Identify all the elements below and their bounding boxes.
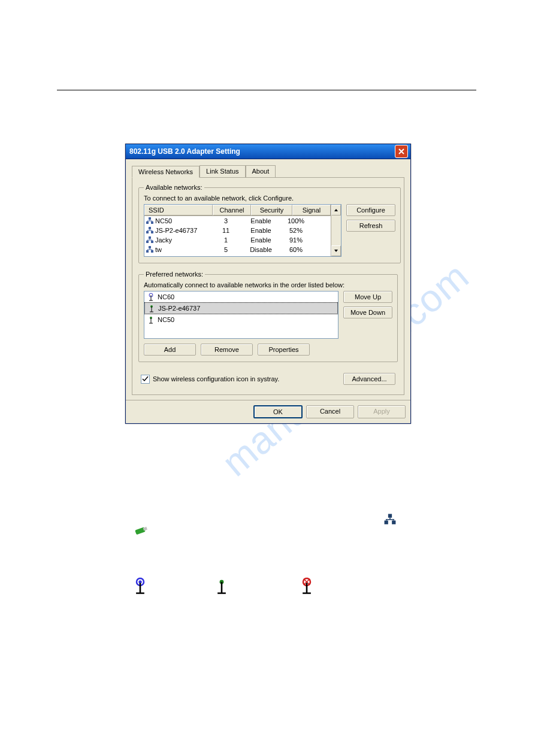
- scroll-track[interactable]: [331, 215, 341, 245]
- cell-ssid: JS-P2-e46737: [155, 227, 197, 234]
- svg-rect-10: [151, 250, 153, 253]
- tab-about[interactable]: About: [246, 165, 276, 177]
- cell-ssid: tw: [155, 246, 162, 253]
- cell-security: Enable: [243, 217, 279, 224]
- header-ssid[interactable]: SSID: [144, 205, 213, 215]
- close-icon: [398, 148, 404, 154]
- preferred-item[interactable]: JS-P2-e46737: [144, 302, 338, 314]
- preferred-item-label: JS-P2-e46737: [158, 305, 200, 312]
- network-row[interactable]: JS-P2-e46737 11 Enable 52%: [144, 226, 331, 235]
- ok-button[interactable]: OK: [253, 405, 303, 418]
- network-icon: [146, 245, 154, 254]
- antenna-icon: [147, 304, 156, 312]
- preferred-item-label: NC50: [158, 316, 174, 323]
- cell-signal: 100%: [279, 217, 313, 224]
- check-icon: [142, 376, 149, 382]
- titlebar: 802.11g USB 2.0 Adapter Setting: [126, 144, 410, 159]
- remove-button[interactable]: Remove: [201, 344, 253, 356]
- svg-rect-7: [151, 241, 153, 243]
- cell-channel: 3: [209, 217, 243, 224]
- advanced-button[interactable]: Advanced...: [343, 373, 395, 385]
- cell-security: Disable: [243, 246, 279, 253]
- tab-link-status[interactable]: Link Status: [200, 165, 245, 177]
- svg-rect-6: [146, 241, 149, 243]
- available-instruction: To connect to an available network, clic…: [144, 195, 395, 202]
- cell-ssid: NC50: [155, 217, 172, 224]
- settings-dialog: 802.11g USB 2.0 Adapter Setting Wireless…: [125, 144, 411, 424]
- cell-signal: 91%: [279, 236, 313, 244]
- preferred-networks-list[interactable]: NC60 JS-P2-e46737 NC50: [144, 291, 338, 339]
- svg-rect-3: [146, 231, 149, 233]
- svg-rect-15: [385, 521, 388, 524]
- move-up-button[interactable]: Move Up: [343, 291, 392, 303]
- close-button[interactable]: [395, 145, 408, 158]
- usb-adapter-icon: [134, 526, 150, 537]
- tab-strip: Wireless Networks Link Status About: [132, 165, 404, 178]
- list-headers: SSID Channel Security Signal: [144, 205, 331, 216]
- network-row[interactable]: Jacky 1 Enable 91%: [144, 235, 331, 245]
- network-icon: [146, 236, 154, 244]
- preferred-item[interactable]: NC60: [144, 292, 338, 302]
- preferred-networks-group: Preferred networks: Automatically connec…: [138, 271, 398, 362]
- properties-button[interactable]: Properties: [258, 344, 310, 356]
- svg-rect-5: [149, 227, 151, 229]
- cell-ssid: Jacky: [155, 236, 172, 244]
- horizontal-rule: [57, 90, 476, 90]
- scrollbar[interactable]: [331, 205, 341, 256]
- cell-signal: 60%: [279, 246, 313, 253]
- svg-rect-1: [151, 221, 153, 224]
- antenna-blue-icon: [133, 578, 147, 594]
- svg-rect-4: [151, 231, 153, 233]
- available-networks-list[interactable]: SSID Channel Security Signal NC50 3 Enab…: [144, 204, 341, 257]
- cell-channel: 5: [209, 246, 243, 253]
- network-row[interactable]: tw 5 Disable 60%: [144, 245, 331, 254]
- cell-channel: 11: [209, 227, 243, 234]
- antenna-icon: [147, 293, 155, 301]
- preferred-instruction: Automatically connect to available netwo…: [144, 281, 392, 289]
- configure-button[interactable]: Configure: [346, 204, 395, 216]
- available-networks-group: Available networks: To connect to an ava…: [138, 184, 401, 263]
- chevron-down-icon: [334, 248, 338, 253]
- svg-rect-8: [149, 236, 151, 239]
- svg-rect-11: [149, 246, 151, 248]
- cell-signal: 52%: [279, 227, 313, 234]
- dialog-button-bar: OK Cancel Apply: [126, 400, 410, 423]
- preferred-legend: Preferred networks:: [144, 271, 205, 278]
- systray-checkbox[interactable]: [141, 375, 150, 384]
- scroll-up-button[interactable]: [331, 205, 341, 215]
- preferred-item-label: NC60: [158, 293, 174, 300]
- systray-label: Show wireless configuration icon in syst…: [153, 375, 343, 382]
- move-down-button[interactable]: Move Down: [343, 306, 392, 318]
- svg-rect-9: [146, 250, 149, 253]
- header-signal[interactable]: Signal: [292, 205, 331, 215]
- network-icon: [146, 226, 154, 235]
- network-row[interactable]: NC50 3 Enable 100%: [144, 216, 331, 226]
- antenna-icon: [147, 315, 155, 324]
- cell-channel: 1: [209, 236, 243, 244]
- available-legend: Available networks:: [144, 184, 204, 191]
- scroll-down-button[interactable]: [331, 245, 341, 256]
- chevron-up-icon: [334, 208, 338, 212]
- tab-panel: Available networks: To connect to an ava…: [132, 178, 404, 395]
- cancel-button[interactable]: Cancel: [306, 405, 354, 418]
- network-icon: [146, 217, 154, 225]
- apply-button[interactable]: Apply: [358, 405, 406, 418]
- header-security[interactable]: Security: [251, 205, 292, 215]
- preferred-item[interactable]: NC50: [144, 314, 338, 325]
- add-button[interactable]: Add: [144, 344, 196, 356]
- svg-rect-0: [146, 221, 149, 224]
- refresh-button[interactable]: Refresh: [346, 220, 395, 232]
- dialog-title: 802.11g USB 2.0 Adapter Setting: [128, 147, 395, 156]
- antenna-green-icon: [214, 578, 229, 594]
- cell-security: Enable: [243, 227, 279, 234]
- header-channel[interactable]: Channel: [213, 205, 251, 215]
- antenna-red-icon: [300, 578, 314, 594]
- svg-rect-2: [149, 217, 151, 220]
- svg-rect-16: [392, 521, 395, 524]
- svg-rect-17: [388, 514, 392, 518]
- network-icon: [383, 513, 397, 526]
- tab-wireless-networks[interactable]: Wireless Networks: [132, 166, 200, 178]
- cell-security: Enable: [243, 236, 279, 244]
